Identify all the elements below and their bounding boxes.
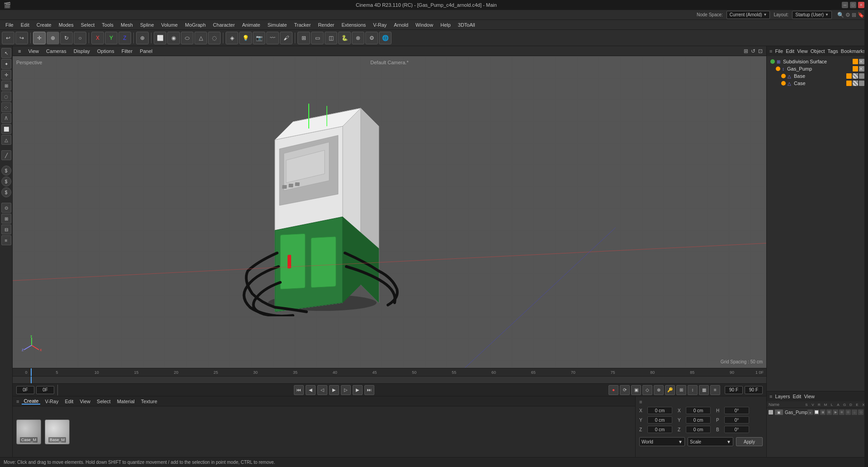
floor-tool[interactable]: ▭ [311, 32, 324, 44]
lt-checker[interactable]: ⊞ [1, 214, 11, 224]
menu-3dtoall[interactable]: 3DToAll [454, 21, 479, 29]
lt-obj[interactable]: △ [1, 135, 11, 145]
obj-hamburger[interactable]: ≡ [769, 48, 772, 54]
lt-select[interactable]: ↖ [1, 48, 11, 58]
sphere-tool[interactable]: ◉ [167, 32, 180, 44]
cube-tool[interactable]: ⬜ [154, 32, 166, 44]
material-case[interactable]: Case_M [16, 419, 41, 444]
play-button[interactable]: ▶ [329, 385, 339, 395]
lt-layers2[interactable]: ≡ [1, 235, 11, 245]
scale-dropdown[interactable]: Scale ▼ [688, 437, 733, 446]
skip-end-button[interactable]: ⏭ [364, 385, 374, 395]
obj-base[interactable]: △ Base [769, 72, 866, 80]
material-base[interactable]: Base_M [45, 419, 70, 444]
obj-case[interactable]: △ Case [769, 80, 866, 87]
coord-z1-field[interactable]: 0 cm [647, 426, 672, 433]
lt-magnet[interactable]: ⊙ [1, 203, 11, 213]
mat-tab-texture[interactable]: Texture [139, 399, 159, 404]
menu-file[interactable]: File [2, 21, 17, 29]
coord-y2-field[interactable]: 0 cm [686, 416, 711, 424]
mat-tab-vray[interactable]: V-Ray [43, 399, 60, 404]
lt-move[interactable]: ✛ [1, 70, 11, 80]
globe-tool[interactable]: 🌐 [379, 32, 392, 44]
vp-display[interactable]: Display [72, 48, 92, 54]
rotate-tool[interactable]: ↻ [60, 32, 73, 44]
grid-view[interactable]: ⊞ [297, 32, 310, 44]
mat-tab-edit[interactable]: Edit [63, 399, 75, 404]
layer-icon-9[interactable]: ◇ [858, 410, 863, 415]
layer-icon-4[interactable]: ⊞ [826, 410, 832, 415]
vp-icon1[interactable]: ⊞ [744, 48, 748, 54]
undo-button[interactable]: ↩ [2, 32, 14, 44]
lt-s2[interactable]: $ [1, 176, 11, 186]
next-frame-button[interactable]: ▶ [353, 385, 363, 395]
menu-spline[interactable]: Spline [137, 21, 158, 29]
coord-h-field[interactable]: 0° [724, 407, 749, 414]
coord-y[interactable]: Y [105, 32, 118, 44]
vp-view[interactable]: View [26, 48, 41, 54]
lt-polys[interactable]: ⬜ [1, 124, 11, 134]
prev-key-button[interactable]: ◁ [317, 385, 327, 395]
coord-z2-field[interactable]: 0 cm [686, 426, 711, 433]
right-scrollbar[interactable] [864, 46, 868, 457]
menu-arnold[interactable]: Arnold [390, 21, 412, 29]
coord-x[interactable]: X [91, 32, 104, 44]
layer-icon-3[interactable]: ▣ [820, 410, 826, 415]
vp-cameras[interactable]: Cameras [44, 48, 68, 54]
ik-btn[interactable]: ⊕ [654, 385, 664, 395]
menu-character[interactable]: Character [209, 21, 238, 29]
menu-modes[interactable]: Modes [55, 21, 77, 29]
menu-extensions[interactable]: Extensions [338, 21, 369, 29]
lt-grid[interactable]: ⊟ [1, 224, 11, 234]
menu-simulate[interactable]: Simulate [264, 21, 291, 29]
record-button[interactable]: ● [609, 385, 618, 395]
add-object[interactable]: ⊕ [136, 32, 149, 44]
layer-icon-1[interactable]: ● [807, 410, 813, 415]
menu-render[interactable]: Render [314, 21, 338, 29]
obj-gas-pump[interactable]: ↕ Gas_Pump ✕ [769, 65, 866, 72]
obj-menu-tags[interactable]: Tags [828, 48, 838, 54]
lt-rotate[interactable]: ◌ [1, 91, 11, 101]
material-tool[interactable]: ◈ [226, 32, 238, 44]
py-tool2[interactable]: ⊗ [352, 32, 364, 44]
obj-subdivision-surface[interactable]: ⊞ Subdivision Surface ✕ [769, 58, 866, 65]
node-space-dropdown[interactable]: Current (Arnold) ▼ [726, 11, 770, 19]
layer-icon-7[interactable]: ⊙ [845, 410, 851, 415]
viewport-canvas[interactable]: Perspective Default Camera.* x y [13, 56, 766, 368]
close-button[interactable]: ✕ [858, 2, 864, 8]
mat-tab-view[interactable]: View [78, 399, 92, 404]
lt-s1[interactable]: $ [1, 166, 11, 176]
viewport[interactable]: ≡ View Cameras Display Options Filter Pa… [13, 46, 766, 368]
layout-dropdown[interactable]: Startup (User) ▼ [792, 11, 832, 19]
gear-tool[interactable]: ⚙ [365, 32, 378, 44]
coord-x2-field[interactable]: 0 cm [686, 407, 711, 414]
vp-filter[interactable]: Filter [120, 48, 134, 54]
menu-animate[interactable]: Animate [238, 21, 264, 29]
prev-frame-button[interactable]: ◀ [306, 385, 316, 395]
light-tool[interactable]: 💡 [239, 32, 252, 44]
layer-gaspump-row[interactable]: ▣ Gas_Pump ● ⬜ ▣ ⊞ ▶ ⊗ ⊙ ○ ◇ ✕ [767, 408, 868, 416]
coord-p-field[interactable]: 0° [724, 416, 749, 424]
menu-create[interactable]: Create [33, 21, 55, 29]
obj-menu-view[interactable]: View [797, 48, 808, 54]
apply-button[interactable]: Apply [736, 437, 763, 446]
camera-tool[interactable]: 📷 [253, 32, 265, 44]
timeline-track[interactable] [13, 376, 766, 383]
next-key-button[interactable]: ▷ [341, 385, 351, 395]
shader-tool[interactable]: ◫ [325, 32, 337, 44]
layer-icon-6[interactable]: ⊗ [839, 410, 844, 415]
menu-window[interactable]: Window [412, 21, 437, 29]
lt-live[interactable]: ✦ [1, 59, 11, 69]
auto-key[interactable]: 🔑 [665, 385, 675, 395]
select-tool[interactable]: ○ [74, 32, 86, 44]
cone-tool[interactable]: △ [194, 32, 207, 44]
lt-line[interactable]: ╱ [1, 150, 11, 160]
menu-help[interactable]: Help [437, 21, 454, 29]
timeline-marker[interactable] [31, 368, 32, 376]
menu-mesh[interactable]: Mesh [117, 21, 137, 29]
layers-hamburger[interactable]: ≡ [769, 394, 772, 399]
lt-scale[interactable]: ⊞ [1, 81, 11, 91]
move-tool[interactable]: ✛ [33, 32, 46, 44]
mat-tab-select[interactable]: Select [95, 399, 113, 404]
obj-menu-object[interactable]: Object [811, 48, 825, 54]
